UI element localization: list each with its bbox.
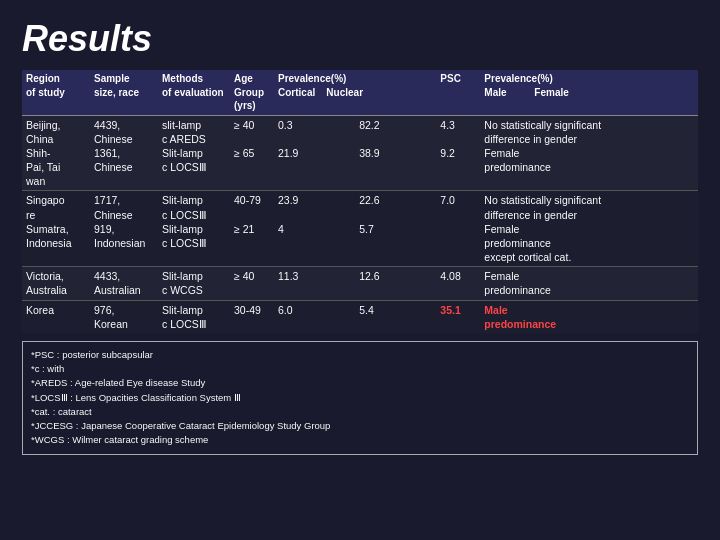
cell-age: ≥ 40 (230, 267, 274, 300)
cell-nuclear: 5.4 (355, 300, 436, 333)
footnote-line: *c : with (31, 362, 689, 376)
col-header-psc: PSC (436, 70, 470, 115)
cell-cortical: 11.3 (274, 267, 355, 300)
footnote-box: *PSC : posterior subcapsular *c : with *… (22, 341, 698, 455)
footnote-line: *AREDS : Age-related Eye disease Study (31, 376, 689, 390)
col-gap (470, 70, 480, 115)
footnote-line: *JCCESG : Japanese Cooperative Cataract … (31, 419, 689, 433)
cell-result: No statistically significantdifference i… (480, 191, 698, 267)
col-header-prevalence-cortical: Prevalence(%)Cortical Nuclear (274, 70, 436, 115)
cell-methods: Slit-lampc LOCSⅢ (158, 300, 230, 333)
cell-psc: 4.39.2 (436, 115, 470, 191)
table-row: Beijing,ChinaShih-Pai, Taiwan 4439,Chine… (22, 115, 698, 191)
cell-cortical: 6.0 (274, 300, 355, 333)
cell-psc: 4.08 (436, 267, 470, 300)
cell-age: ≥ 40≥ 65 (230, 115, 274, 191)
table-row: Korea 976,Korean Slit-lampc LOCSⅢ 30-49 … (22, 300, 698, 333)
cell-gap (470, 115, 480, 191)
cell-cortical: 0.321.9 (274, 115, 355, 191)
cell-gap (470, 300, 480, 333)
footnote-line: *LOCSⅢ : Lens Opacities Classification S… (31, 391, 689, 405)
cell-result: Femalepredominance (480, 267, 698, 300)
cell-region: Beijing,ChinaShih-Pai, Taiwan (22, 115, 90, 191)
cell-age: 40-79≥ 21 (230, 191, 274, 267)
table-row: SingaporeSumatra,Indonesia 1717,Chinese9… (22, 191, 698, 267)
cell-methods: Slit-lampc WCGS (158, 267, 230, 300)
cell-sample: 4439,Chinese1361,Chinese (90, 115, 158, 191)
cell-sample: 976,Korean (90, 300, 158, 333)
cell-methods: slit-lampc AREDSSlit-lampc LOCSⅢ (158, 115, 230, 191)
col-header-methods: Methodsof evaluation (158, 70, 230, 115)
cell-psc-red: 35.1 (436, 300, 470, 333)
cell-psc: 7.0 (436, 191, 470, 267)
cell-region: Victoria,Australia (22, 267, 90, 300)
cell-region: Korea (22, 300, 90, 333)
cell-gap (470, 191, 480, 267)
footnote-line: *PSC : posterior subcapsular (31, 348, 689, 362)
cell-sample: 1717,Chinese919,Indonesian (90, 191, 158, 267)
cell-nuclear: 12.6 (355, 267, 436, 300)
cell-result-red: Malepredominance (480, 300, 698, 333)
cell-result: No statistically significantdifference i… (480, 115, 698, 191)
cell-nuclear: 22.65.7 (355, 191, 436, 267)
cell-nuclear: 82.238.9 (355, 115, 436, 191)
table-row: Victoria,Australia 4433,Australian Slit-… (22, 267, 698, 300)
page: Results Regionof study Samplesize, race … (0, 0, 720, 540)
footnote-line: *cat. : cataract (31, 405, 689, 419)
cell-cortical: 23.94 (274, 191, 355, 267)
cell-sample: 4433,Australian (90, 267, 158, 300)
col-header-age: AgeGroup(yrs) (230, 70, 274, 115)
results-table: Regionof study Samplesize, race Methodso… (22, 70, 698, 333)
col-header-region: Regionof study (22, 70, 90, 115)
col-header-prevalence-male: Prevalence(%)Male Female (480, 70, 698, 115)
cell-methods: Slit-lampc LOCSⅢSlit-lampc LOCSⅢ (158, 191, 230, 267)
page-title: Results (22, 18, 698, 60)
cell-region: SingaporeSumatra,Indonesia (22, 191, 90, 267)
cell-age: 30-49 (230, 300, 274, 333)
table-header-row: Regionof study Samplesize, race Methodso… (22, 70, 698, 115)
cell-gap (470, 267, 480, 300)
col-header-sample: Samplesize, race (90, 70, 158, 115)
footnote-line: *WCGS : Wilmer cataract grading scheme (31, 433, 689, 447)
